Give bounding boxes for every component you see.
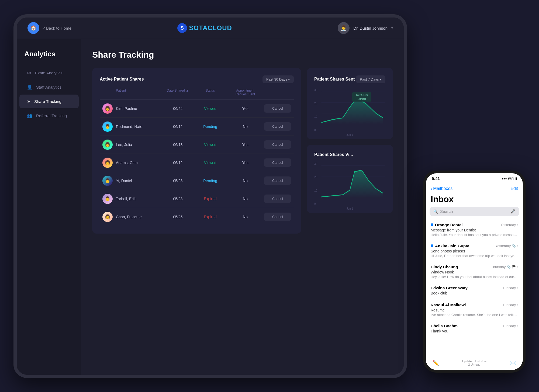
sidebar-item-exam-analytics[interactable]: 🗂 Exam Analytics	[19, 66, 79, 80]
email-item[interactable]: Edwina Greenaway Tuesday › Book club	[426, 282, 523, 299]
sidebar-item-referral-tracking[interactable]: 👥 Referral Tracking	[19, 109, 79, 123]
sidebar-item-share-tracking[interactable]: ➤ Share Tracking	[19, 95, 79, 108]
home-button[interactable]: 🏠	[27, 22, 39, 34]
email-item[interactable]: Ankita Jain Gupta Yesterday 📎 › Send pho…	[426, 240, 523, 261]
email-item[interactable]: Chella Boehm Tuesday › Thank you	[426, 320, 523, 337]
topbar: 🏠 < Back to Home S SOTACLOUD 👨‍⚕️ Dr. Du…	[17, 18, 404, 39]
phone-body: ‹ Mailboxes Edit Inbox 🔍 Search 🎤	[426, 184, 523, 370]
shares-viewed-title: Patient Shares Vi...	[314, 152, 353, 157]
appt-request: No	[226, 197, 264, 201]
svg-text:June 15, 2020: June 15, 2020	[356, 94, 368, 96]
sota-logo: S SOTACLOUD	[177, 23, 232, 33]
table-row: 👩 Kim, Pauline 06/24 Viewed Yes Cancel	[100, 100, 294, 118]
battery-icon: ▮	[515, 177, 517, 180]
email-date: Yesterday ›	[500, 223, 518, 227]
email-date: Yesterday 📎 ›	[495, 244, 518, 248]
patient-name: Chao, Francine	[116, 215, 162, 219]
sidebar-item-staff-analytics[interactable]: 👤 Staff Analytics	[19, 80, 79, 94]
search-placeholder: Search	[440, 209, 453, 214]
page-title: Share Tracking	[92, 50, 393, 60]
edit-link[interactable]: Edit	[510, 186, 518, 191]
cards-row: Active Patient Shares Past 30 Days ▾ Pat…	[92, 68, 393, 234]
date-shared: 05/25	[162, 215, 194, 219]
status-badge: Viewed	[194, 143, 226, 147]
chart-x-label-viewed: Jun 1	[314, 207, 385, 210]
share-tracking-icon: ➤	[27, 99, 30, 104]
tablet-body: Analytics 🗂 Exam Analytics 👤 Staff Analy…	[17, 39, 404, 375]
col-action	[264, 89, 291, 96]
email-subject: Thank you	[431, 329, 518, 333]
user-name: Dr. Dustin Johnson	[353, 26, 388, 30]
appt-request: Yes	[226, 143, 264, 147]
email-preview: I've attached Carol's resume. She's the …	[431, 313, 518, 317]
table-row: 👨 Redmond, Nate 06/12 Pending No Cancel	[100, 118, 294, 136]
email-item[interactable]: Rasoul Al Malkawi Tuesday › Resume I've …	[426, 299, 523, 320]
phone-device: 9:41 ●●● WiFi ▮ ‹ Mailboxes Edit Inbox 🔍	[423, 171, 526, 373]
email-list: Orange Dental Yesterday › Message from y…	[426, 219, 523, 356]
shares-sent-dropdown[interactable]: Past 7 Days ▾	[356, 75, 385, 83]
staff-analytics-icon: 👤	[27, 85, 32, 90]
email-item[interactable]: Cindy Cheung Thursday 📎 🏴 › Window Nook …	[426, 261, 523, 282]
exam-analytics-icon: 🗂	[27, 71, 31, 75]
cancel-button[interactable]: Cancel	[264, 176, 291, 185]
appt-request: No	[226, 215, 264, 219]
email-subject: Book club	[431, 291, 518, 295]
microphone-icon: 🎤	[510, 209, 515, 214]
shares-viewed-header: Patient Shares Vi...	[314, 152, 385, 157]
referral-tracking-icon: 👥	[27, 113, 32, 118]
cancel-button[interactable]: Cancel	[264, 213, 291, 221]
compose-icon[interactable]: ✏️	[432, 360, 439, 366]
sender-row: Ankita Jain Gupta	[431, 244, 469, 248]
cancel-button[interactable]: Cancel	[264, 122, 291, 131]
scene: 🏠 < Back to Home S SOTACLOUD 👨‍⚕️ Dr. Du…	[13, 14, 526, 378]
col-date: Date Shared ▲	[162, 89, 194, 96]
sender-name: Cindy Cheung	[431, 265, 458, 269]
email-preview: Hello Julie, Your dentist has sent you a…	[431, 233, 518, 237]
mailboxes-link[interactable]: ‹ Mailboxes	[431, 186, 452, 191]
active-shares-title: Active Patient Shares	[100, 77, 144, 82]
cancel-button[interactable]: Cancel	[264, 104, 291, 113]
sender-row: Chella Boehm	[431, 324, 458, 328]
col-status: Status	[194, 89, 226, 96]
sota-logo-text: SOTACLOUD	[189, 24, 232, 32]
svg-text:12 shares: 12 shares	[358, 98, 366, 100]
table-row: 👨 Yi, Daniel 05/23 Pending No Cancel	[100, 172, 294, 190]
mailboxes-label: Mailboxes	[433, 186, 452, 191]
back-chevron-icon: ‹	[431, 186, 432, 191]
date-shared: 06/13	[162, 143, 194, 147]
email-date: Tuesday ›	[503, 286, 518, 290]
patient-avatar-adams: 🧑	[102, 158, 113, 168]
table-row: 👩 Chao, Francine 05/25 Expired No Cancel	[100, 208, 294, 226]
email-header: Rasoul Al Malkawi Tuesday ›	[431, 303, 518, 307]
chart-x-label: Jun 1	[314, 133, 385, 136]
unread-dot	[431, 244, 433, 247]
new-message-icon[interactable]: ✉️	[510, 360, 516, 366]
tablet-device: 🏠 < Back to Home S SOTACLOUD 👨‍⚕️ Dr. Du…	[13, 14, 407, 378]
topbar-right[interactable]: 👨‍⚕️ Dr. Dustin Johnson ▾	[338, 22, 393, 34]
sidebar-label-share-tracking: Share Tracking	[34, 99, 61, 104]
email-item[interactable]: Orange Dental Yesterday › Message from y…	[426, 219, 523, 240]
email-date: Tuesday ›	[503, 324, 518, 328]
appt-request: Yes	[226, 106, 264, 111]
patient-name: Kim, Pauline	[116, 106, 162, 111]
status-icons: ●●● WiFi ▮	[502, 177, 517, 180]
signal-icon: ●●●	[502, 177, 507, 180]
unread-count: 2 Unread	[462, 363, 486, 366]
arrow-icon: ›	[517, 286, 518, 289]
patient-avatar-lee: 👩	[102, 140, 113, 150]
cancel-button[interactable]: Cancel	[264, 140, 291, 149]
cancel-button[interactable]: Cancel	[264, 195, 291, 203]
patient-avatar-redmond: 👨	[102, 122, 113, 132]
back-to-home-link[interactable]: < Back to Home	[43, 26, 71, 30]
search-bar[interactable]: 🔍 Search 🎤	[430, 207, 519, 216]
attachment-icon: 📎	[507, 265, 511, 269]
email-header: Orange Dental Yesterday ›	[431, 223, 518, 227]
active-patient-shares-card: Active Patient Shares Past 30 Days ▾ Pat…	[92, 68, 301, 234]
appt-request: Yes	[226, 161, 264, 165]
inbox-title: Inbox	[426, 193, 523, 207]
active-shares-dropdown[interactable]: Past 30 Days ▾	[262, 75, 294, 83]
cancel-button[interactable]: Cancel	[264, 158, 291, 167]
shares-viewed-svg	[314, 162, 385, 206]
patient-name: Lee, Julia	[116, 143, 162, 147]
wifi-icon: WiFi	[508, 177, 514, 180]
